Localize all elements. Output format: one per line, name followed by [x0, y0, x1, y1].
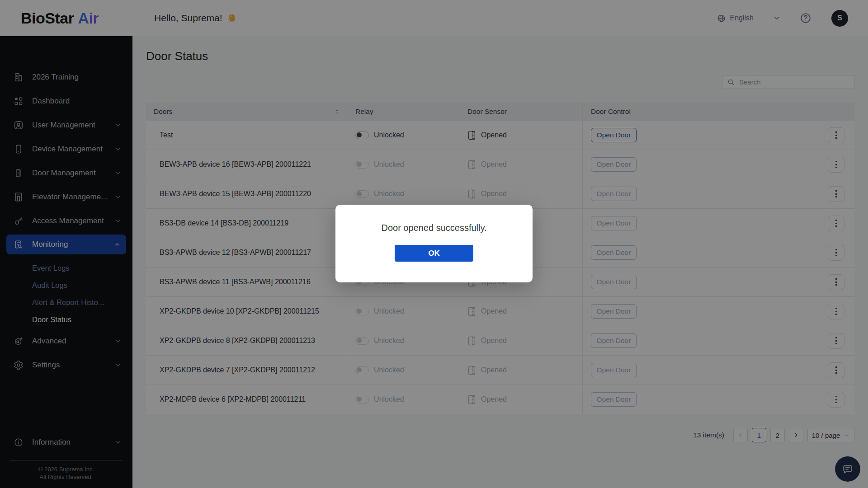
confirmation-dialog: Door opened successfully. OK	[335, 205, 533, 282]
dialog-message: Door opened successfully.	[381, 223, 486, 233]
ok-button[interactable]: OK	[395, 245, 473, 262]
